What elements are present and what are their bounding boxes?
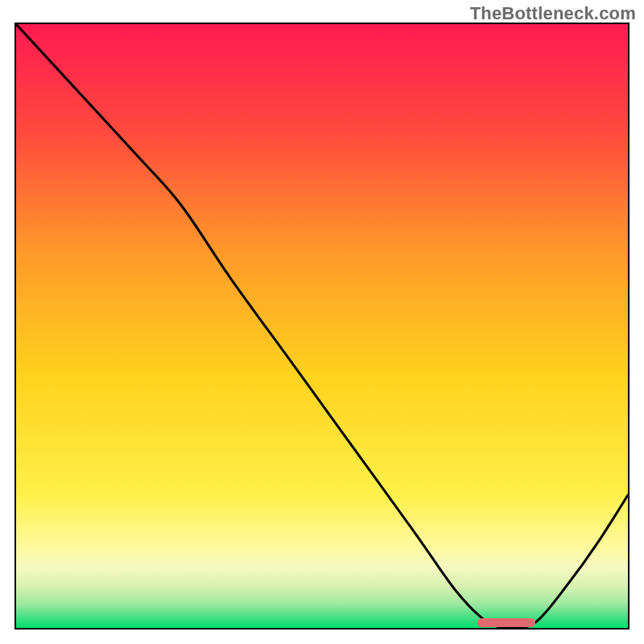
watermark-text: TheBottleneck.com — [470, 3, 636, 24]
optimum-marker — [477, 618, 535, 627]
plot-area — [14, 23, 630, 630]
bottleneck-curve — [16, 24, 628, 628]
chart-root: TheBottleneck.com — [0, 0, 644, 644]
